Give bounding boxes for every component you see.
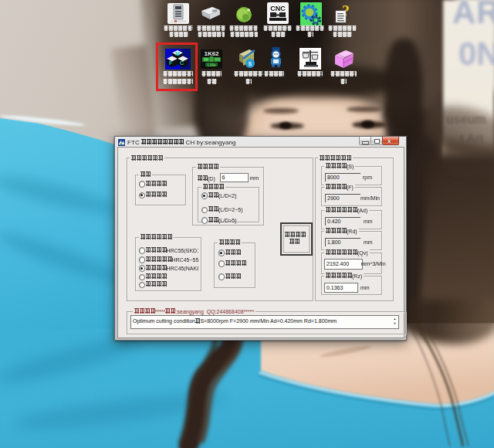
svg-text:$: $ <box>249 60 252 67</box>
svg-text:CNC: CNC <box>270 5 286 12</box>
svg-text:L16e: L16e <box>207 63 215 67</box>
svg-text:1K62: 1K62 <box>204 50 219 57</box>
